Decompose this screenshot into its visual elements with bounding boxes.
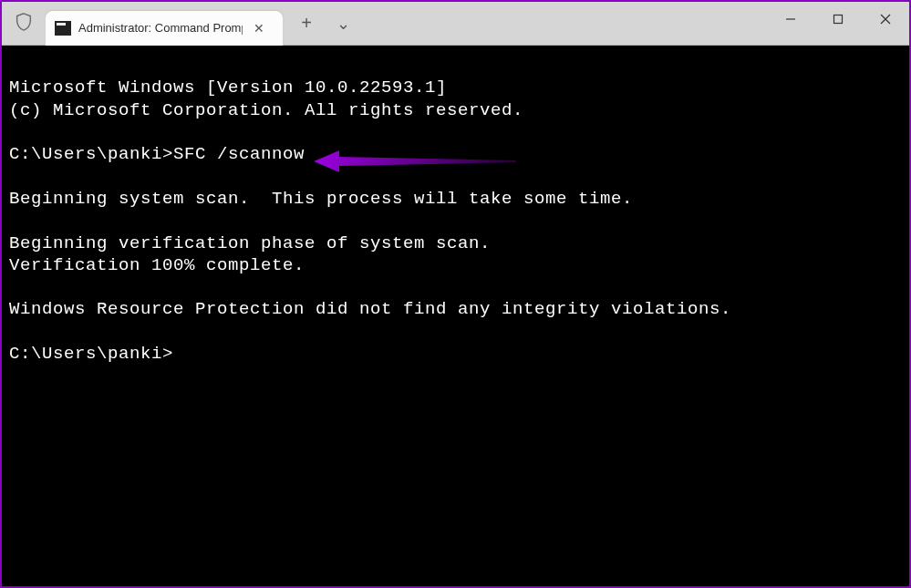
terminal-prompt: C:\Users\panki> <box>9 144 173 164</box>
tabs-dropdown-button[interactable]: ⌄ <box>326 7 359 40</box>
tab-close-button[interactable]: ✕ <box>250 19 268 37</box>
shield-icon <box>14 12 34 36</box>
terminal-body[interactable]: Microsoft Windows [Version 10.0.22593.1]… <box>2 46 909 586</box>
maximize-button[interactable] <box>814 2 862 36</box>
arrow-annotation <box>292 126 516 182</box>
svg-marker-4 <box>314 150 516 172</box>
terminal-command: SFC /scannow <box>173 144 305 164</box>
active-tab[interactable]: Administrator: Command Promp ✕ <box>46 11 283 46</box>
tab-toolbar: + ⌄ <box>290 7 359 40</box>
minimize-button[interactable] <box>767 2 814 36</box>
terminal-line: Microsoft Windows [Version 10.0.22593.1] <box>9 77 447 98</box>
window-controls <box>767 2 909 46</box>
new-tab-button[interactable]: + <box>290 7 323 40</box>
terminal-line: Beginning verification phase of system s… <box>9 233 491 253</box>
tab-title: Administrator: Command Promp <box>78 21 243 35</box>
terminal-line: Windows Resource Protection did not find… <box>9 299 731 319</box>
titlebar: Administrator: Command Promp ✕ + ⌄ <box>2 2 909 46</box>
terminal-line: (c) Microsoft Corporation. All rights re… <box>9 100 523 120</box>
app-icon-zone <box>2 2 46 46</box>
terminal-line: Verification 100% complete. <box>9 255 305 275</box>
terminal-line: Beginning system scan. This process will… <box>9 189 633 209</box>
svg-rect-1 <box>834 15 843 24</box>
cmd-icon <box>55 21 71 36</box>
close-window-button[interactable] <box>862 2 909 36</box>
terminal-prompt: C:\Users\panki> <box>9 344 173 364</box>
